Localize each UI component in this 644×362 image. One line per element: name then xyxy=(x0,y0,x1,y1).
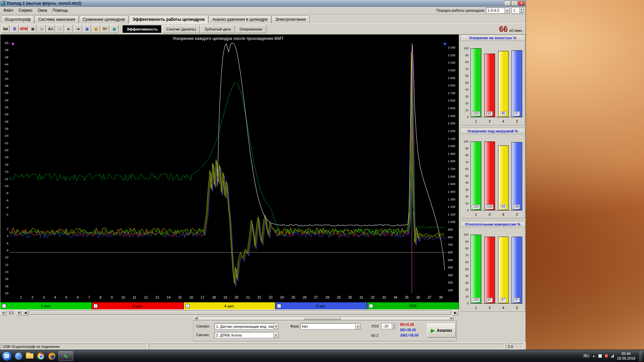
legend-checkbox-4[interactable]: ✓ xyxy=(369,304,373,308)
legend-item-2[interactable]: 4 цил.✓ xyxy=(184,302,275,309)
side-panel-load: Ускорение под нагрузкой %010203040506070… xyxy=(460,128,525,219)
tab-2[interactable]: Сравнение цилиндров xyxy=(79,15,129,23)
spectrum-icon[interactable]: ▦ xyxy=(92,25,100,33)
bars-icon[interactable]: ▤ xyxy=(110,25,118,33)
taskbar-icon-explorer[interactable] xyxy=(25,352,34,360)
panel-scrollbar[interactable]: ◀ ▶ xyxy=(194,316,453,320)
taskbar-icon-firefox[interactable] xyxy=(47,352,56,360)
y-axis-label: 100 xyxy=(461,233,469,236)
subtab-1[interactable]: Сжатие (дизель) xyxy=(162,25,200,33)
cylinder-count-spinner[interactable]: 1 ▲ ▼ xyxy=(512,7,524,13)
subtab-3[interactable]: Опережение xyxy=(236,25,267,33)
y-right-tick-label: 1 200 xyxy=(448,205,455,208)
sync-select[interactable]: 1. Датчик синхронизации инд. лин ▼ xyxy=(214,323,279,329)
menu-item-3[interactable]: Помощь xyxy=(50,7,71,13)
scroll-left-button[interactable]: ◀ xyxy=(22,310,28,315)
spin-up-icon[interactable]: ▲ xyxy=(520,8,523,10)
y-left-tick-label: -24 xyxy=(4,134,8,137)
title-bar[interactable]: Diamag 2 (мытые форсы_полн3.dm2) – □ × xyxy=(0,0,526,7)
y-left-tick-label: 12 xyxy=(5,263,8,266)
minimize-button[interactable]: – xyxy=(504,1,511,6)
language-indicator[interactable]: RU xyxy=(584,354,589,358)
legend-item-1[interactable]: 3 цил.✓ xyxy=(92,302,183,309)
chevron-down-icon[interactable]: ▼ xyxy=(504,8,509,13)
y-right-tick-label: 3 000 xyxy=(448,69,455,72)
oscillogram-svg[interactable]: Ускорение каждого цилиндра после прохожд… xyxy=(0,35,459,302)
tray-alert-icon[interactable] xyxy=(605,354,608,358)
spin-down-icon[interactable]: ▼ xyxy=(392,326,396,329)
sync-label: Синхро: xyxy=(196,324,210,328)
cylinder-order-label: Порядок работы цилиндров xyxy=(436,8,484,12)
spin-down-icon[interactable]: ▼ xyxy=(520,10,523,13)
uoz-spinner[interactable]: -10 ▲ ▼ xyxy=(381,323,396,329)
legend-item-0[interactable]: 1 цил.✓ xyxy=(0,302,92,309)
angle-903-icon[interactable]: 90³ xyxy=(101,25,109,33)
legend-item-3[interactable]: 2 цил.✓ xyxy=(275,302,367,309)
panel-scroll-track[interactable] xyxy=(198,316,449,320)
legend-checkbox-3[interactable]: ✓ xyxy=(277,304,281,308)
marker-end-icon[interactable]: ⇥ xyxy=(74,25,82,33)
waveform-icon[interactable]: ∿ xyxy=(38,25,46,33)
tab-1[interactable]: Система зажигания xyxy=(35,15,78,23)
show-desktop-button[interactable] xyxy=(639,351,642,361)
tab-4[interactable]: Анализ давления в цилиндре xyxy=(209,15,271,23)
panel-scroll-thumb[interactable] xyxy=(304,317,340,320)
y-axis-label: 30 xyxy=(461,188,469,191)
histogram-icon-glyph: ▥ xyxy=(86,27,89,31)
legend-checkbox-0[interactable]: ✓ xyxy=(2,304,6,308)
tab-0[interactable]: Осциллограф xyxy=(1,15,34,23)
tab-5[interactable]: Электропитание xyxy=(272,15,310,23)
green-wave-icon[interactable]: ≈ xyxy=(56,25,64,33)
chart-scrollbar-thumb[interactable] xyxy=(30,311,451,315)
chart-scrollbar[interactable] xyxy=(29,310,452,315)
legend-checkbox-2[interactable]: ✓ xyxy=(185,304,190,308)
tray-chevron-icon[interactable]: ▲ xyxy=(592,354,595,358)
clock[interactable]: 20:44 18.09.2019 xyxy=(617,351,635,361)
cylinder-order-select[interactable]: 1-3-4-2 ▼ xyxy=(486,7,510,13)
rpm-display: 66 об./мин. xyxy=(499,25,523,34)
tab-3[interactable]: Эффективность работы цилиндров xyxy=(129,15,208,23)
scroll-right-button[interactable]: ▶ xyxy=(452,310,458,315)
subtab-0[interactable]: Эффективность xyxy=(122,25,162,33)
grid-icon[interactable]: ⊞ xyxy=(29,25,37,33)
phase-select[interactable]: Нет ▼ xyxy=(300,323,361,329)
chevron-down-icon[interactable]: ▼ xyxy=(273,332,278,338)
taskbar-icon-chrome[interactable] xyxy=(36,352,45,360)
panel-scroll-left-icon[interactable]: ◀ xyxy=(194,316,198,320)
signal-select[interactable]: 2. ДПКВ Холла ▼ xyxy=(214,332,279,338)
y-axis-label: 50 xyxy=(461,267,469,271)
menu-item-0[interactable]: Файл xyxy=(1,7,16,13)
legend-item-4[interactable]: УОЗ✓ xyxy=(367,302,459,309)
zero-line-icon[interactable]: 0⇄ xyxy=(1,25,10,33)
close-button[interactable]: × xyxy=(518,1,525,6)
zoom-in-button[interactable]: ⊕ xyxy=(16,310,22,315)
start-button[interactable] xyxy=(2,351,12,361)
oscillogram-chart[interactable]: Ускорение каждого цилиндра после прохожд… xyxy=(0,35,459,309)
tray-app-icon[interactable] xyxy=(598,354,602,358)
y-left-tick-label: -32 xyxy=(4,106,8,109)
rpm-icon[interactable]: RPM xyxy=(19,25,28,33)
menu-item-2[interactable]: Окна xyxy=(35,7,50,13)
toolbar-icons: 0⇄BRPM⊞∿A½≈⇤⇥▥▦90³▤ xyxy=(1,25,118,33)
menu-item-1[interactable]: Сервис xyxy=(16,7,35,13)
x-tick-label: 29 xyxy=(337,296,341,299)
x-tick-label: 16 xyxy=(190,296,194,299)
tray-network-icon[interactable] xyxy=(611,354,614,358)
histogram-icon[interactable]: ▥ xyxy=(83,25,91,33)
marker-start-icon[interactable]: ⇤ xyxy=(65,25,73,33)
bar-cyl-1: 100 xyxy=(471,141,481,210)
subtab-2[interactable]: Зубчатый диск xyxy=(201,25,235,33)
zoom-out-button[interactable]: ⊖ xyxy=(1,310,6,315)
maximize-button[interactable]: □ xyxy=(511,1,518,6)
legend-checkbox-1[interactable]: ✓ xyxy=(94,304,98,308)
chevron-down-icon[interactable]: ▼ xyxy=(355,323,360,329)
panel-scroll-right-icon[interactable]: ▶ xyxy=(449,316,453,320)
y-right-tick-label: 2 200 xyxy=(448,129,455,133)
spin-up-icon[interactable]: ▲ xyxy=(392,323,396,326)
chevron-down-icon[interactable]: ▼ xyxy=(273,323,278,329)
analyze-button[interactable]: ▶ Анализ xyxy=(427,323,456,338)
half-scale-icon[interactable]: A½ xyxy=(47,25,55,33)
amplitude-icon[interactable]: B xyxy=(10,25,19,33)
taskbar-app-diamag[interactable]: ∿ xyxy=(58,351,73,361)
taskbar-icon-browser[interactable] xyxy=(14,352,23,360)
